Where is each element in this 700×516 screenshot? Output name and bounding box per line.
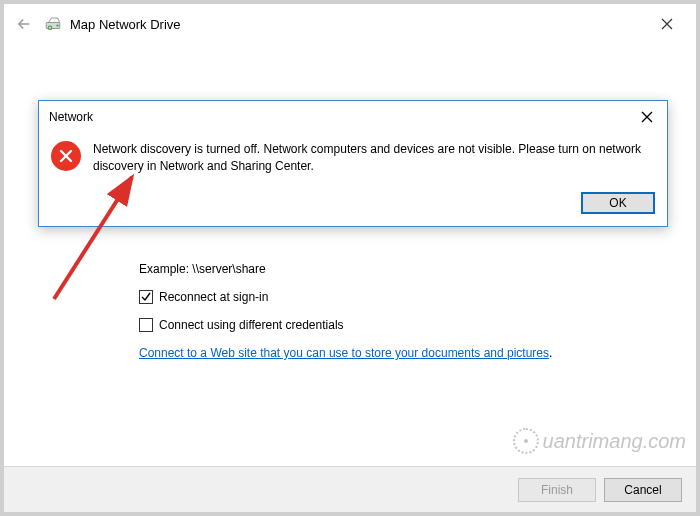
different-credentials-label: Connect using different credentials — [159, 318, 344, 332]
different-credentials-checkbox-row[interactable]: Connect using different credentials — [139, 318, 344, 332]
dialog-body: Network discovery is turned off. Network… — [39, 131, 667, 182]
website-link[interactable]: Connect to a Web site that you can use t… — [139, 346, 549, 360]
back-icon[interactable] — [12, 12, 36, 36]
watermark-logo-icon — [513, 428, 539, 454]
reconnect-checkbox-row[interactable]: Reconnect at sign-in — [139, 290, 268, 304]
dialog-button-row: OK — [39, 182, 667, 226]
finish-button: Finish — [518, 478, 596, 502]
svg-point-4 — [524, 439, 528, 443]
watermark-text: uantrimang.com — [543, 430, 686, 453]
dialog-titlebar: Network — [39, 101, 667, 131]
checkbox-icon — [139, 290, 153, 304]
dialog-title-text: Network — [49, 110, 93, 124]
watermark: uantrimang.com — [513, 428, 686, 454]
drive-icon — [44, 15, 62, 33]
reconnect-label: Reconnect at sign-in — [159, 290, 268, 304]
dialog-message: Network discovery is turned off. Network… — [93, 141, 653, 176]
window-title: Map Network Drive — [70, 17, 181, 32]
error-icon — [51, 141, 81, 171]
titlebar: Map Network Drive — [4, 4, 696, 44]
example-label: Example: \\server\share — [139, 262, 266, 276]
svg-point-1 — [56, 24, 58, 26]
website-link-row: Connect to a Web site that you can use t… — [139, 346, 552, 360]
checkbox-icon — [139, 318, 153, 332]
dialog-close-button[interactable] — [637, 107, 657, 127]
cancel-button[interactable]: Cancel — [604, 478, 682, 502]
bottom-button-bar: Finish Cancel — [4, 466, 696, 512]
network-error-dialog: Network Network discovery is turned off.… — [38, 100, 668, 227]
ok-button[interactable]: OK — [581, 192, 655, 214]
window-close-button[interactable] — [652, 12, 682, 36]
map-network-drive-window: Map Network Drive Example: \\server\shar… — [0, 0, 700, 516]
